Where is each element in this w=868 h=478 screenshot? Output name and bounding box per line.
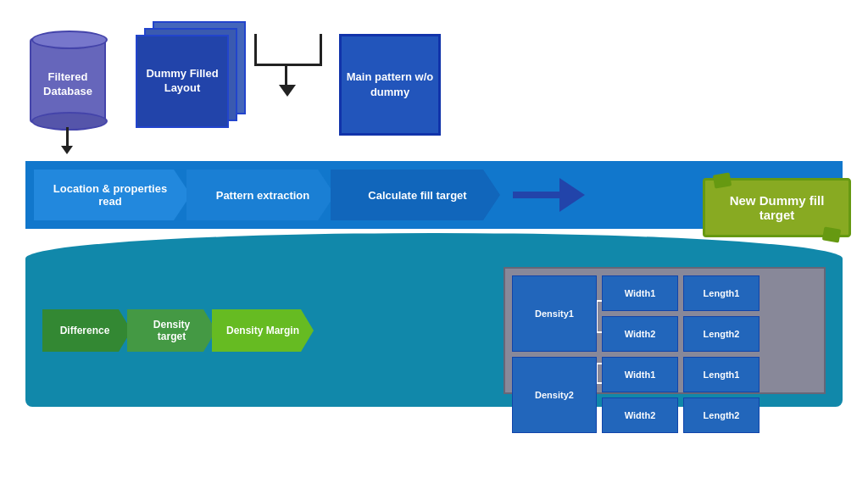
chevron-step3: Calculate fill target (331, 170, 500, 220)
length2-box-top: Length2 (683, 316, 760, 352)
green-chev-density-target: Density target (127, 309, 216, 352)
density2-label: Density2 (535, 390, 574, 400)
stack-to-pattern-arrow (254, 64, 322, 97)
length2-bot-label: Length2 (704, 410, 740, 420)
new-dummy-label: New Dummy fill target (730, 193, 825, 222)
bottom-section: Difference Density target Density Margin (25, 258, 843, 407)
density1-box: Density1 (512, 275, 597, 352)
width1-box-bot: Width1 (602, 357, 678, 392)
length1-top-label: Length1 (704, 288, 740, 298)
pattern-label: Main pattern w/o dummy (342, 69, 438, 100)
db-cylinder: Filtered Database (25, 25, 110, 136)
stacked-label: Dummy Filled Layout (137, 67, 227, 96)
density2-box: Density2 (512, 357, 597, 433)
density-panel: Density1 Width1 Length1 Width2 Length2 (504, 267, 826, 394)
big-arrow-to-result (513, 178, 585, 212)
length1-box-top: Length1 (683, 275, 760, 311)
top-section: Filtered Database Dummy Filled Layout (8, 8, 860, 157)
card-front: Dummy Filled Layout (136, 35, 229, 128)
length2-top-label: Length2 (704, 329, 740, 339)
width1-box-top: Width1 (602, 275, 678, 311)
width2-top-label: Width2 (625, 329, 656, 339)
new-dummy-box: New Dummy fill target (703, 178, 851, 237)
step2-label: Pattern extraction (216, 189, 310, 202)
width2-bot-label: Width2 (625, 410, 656, 420)
cyl-top (31, 31, 108, 49)
length1-bot-label: Length1 (704, 370, 740, 380)
chev-diff-label: Difference (60, 325, 110, 336)
db-label: Filtered Database (31, 70, 104, 99)
chevron-step1: Location & properties read (34, 170, 191, 220)
width1-bot-label: Width1 (625, 370, 656, 380)
length2-box-bot: Length2 (683, 397, 760, 433)
stacked-cards: Dummy Filled Layout (136, 21, 246, 144)
green-chev-density-margin: Density Margin (212, 309, 314, 352)
bottom-wrapper: Difference Density target Density Margin (25, 233, 843, 407)
diagram-container: Filtered Database Dummy Filled Layout (0, 0, 868, 478)
green-chevrons: Difference Density target Density Margin (42, 309, 314, 352)
chevron-step2: Pattern extraction (186, 170, 335, 220)
main-pattern-box: Main pattern w/o dummy (339, 34, 441, 136)
chev-margin-label: Density Margin (226, 325, 299, 336)
density1-label: Density1 (535, 308, 574, 319)
step1-label: Location & properties read (47, 182, 174, 208)
step3-label: Calculate fill target (368, 189, 466, 202)
bottom-curve-top (25, 233, 843, 258)
width2-box-bot: Width2 (602, 397, 678, 433)
db-down-arrow (61, 127, 73, 154)
chev-density-label: Density target (140, 319, 203, 342)
width1-top-label: Width1 (625, 288, 656, 298)
width2-box-top: Width2 (602, 316, 678, 352)
length1-box-bot: Length1 (683, 357, 760, 392)
density-grid: Density1 Width1 Length1 Width2 Length2 (512, 275, 817, 386)
db-body: Filtered Database (30, 38, 106, 123)
green-chev-difference: Difference (42, 309, 131, 352)
